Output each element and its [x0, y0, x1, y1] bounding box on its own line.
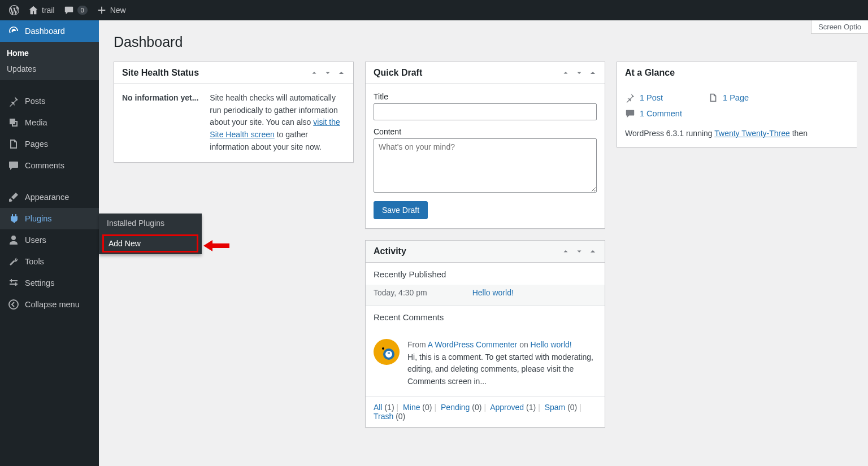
- comment-icon: [625, 108, 635, 119]
- chevron-down-icon[interactable]: [324, 69, 332, 77]
- draft-content-input[interactable]: [374, 138, 597, 193]
- published-time: Today, 4:30 pm: [374, 288, 427, 297]
- pages-icon: [8, 138, 19, 150]
- wordpress-icon: [9, 5, 19, 15]
- flyout-installed-plugins[interactable]: Installed Plugins: [99, 214, 202, 233]
- mod-pending[interactable]: Pending: [441, 403, 470, 412]
- mod-approved[interactable]: Approved: [490, 403, 524, 412]
- wp-logo[interactable]: [5, 0, 24, 20]
- toggle-up-icon[interactable]: [337, 69, 345, 77]
- sidebar-item-tools[interactable]: Tools: [0, 251, 99, 272]
- save-draft-button[interactable]: Save Draft: [374, 201, 428, 219]
- sidebar-label: Posts: [25, 97, 45, 106]
- sidebar-label: Plugins: [25, 214, 52, 223]
- collapse-icon: [8, 299, 19, 310]
- sidebar-item-pages[interactable]: Pages: [0, 133, 99, 155]
- brush-icon: [8, 191, 19, 203]
- pin-icon: [8, 95, 19, 107]
- sidebar-label: Dashboard: [25, 27, 65, 36]
- site-health-title: Site Health Status: [122, 68, 199, 78]
- draft-content-label: Content: [374, 127, 597, 136]
- home-icon: [28, 5, 38, 15]
- sidebar-collapse[interactable]: Collapse menu: [0, 294, 99, 315]
- sidebar-item-users[interactable]: Users: [0, 229, 99, 251]
- sidebar-item-plugins[interactable]: Plugins: [0, 208, 99, 229]
- at-a-glance-box: At a Glance 1 Post 1 Page: [617, 62, 857, 147]
- commenter-link[interactable]: A WordPress Commenter: [428, 340, 517, 349]
- sidebar-label: Pages: [25, 140, 48, 149]
- activity-title: Activity: [374, 246, 406, 256]
- new-content-link[interactable]: New: [92, 0, 131, 20]
- site-health-box: Site Health Status No information yet...…: [114, 62, 354, 163]
- mod-all[interactable]: All: [374, 403, 383, 412]
- toggle-up-icon[interactable]: [589, 69, 597, 77]
- moderation-links: All (1)| Mine (0)| Pending (0)| Approved…: [366, 396, 605, 427]
- sidebar-label: Comments: [25, 161, 64, 170]
- media-icon: [8, 117, 19, 128]
- screen-options-tab[interactable]: Screen Optio: [811, 20, 868, 34]
- published-row: Today, 4:30 pm Hello world!: [366, 285, 605, 306]
- chevron-up-icon[interactable]: [562, 69, 570, 77]
- comment-post-link[interactable]: Hello world!: [531, 340, 572, 349]
- sidebar-item-posts[interactable]: Posts: [0, 90, 99, 112]
- comments-count: 0: [77, 6, 88, 15]
- mod-trash[interactable]: Trash: [374, 412, 393, 421]
- plugins-flyout: Installed Plugins Add New: [99, 214, 202, 254]
- comment-row: From A WordPress Commenter on Hello worl…: [366, 334, 605, 396]
- draft-title-label: Title: [374, 92, 597, 101]
- theme-link[interactable]: Twenty Twenty-Three: [714, 129, 790, 138]
- dashboard-submenu: Home Updates: [0, 42, 99, 80]
- toggle-up-icon[interactable]: [589, 247, 597, 255]
- admin-sidebar: Dashboard Home Updates Posts Media Pages…: [0, 20, 99, 450]
- chevron-up-icon[interactable]: [562, 247, 570, 255]
- wp-version-line: WordPress 6.3.1 running Twenty Twenty-Th…: [625, 129, 849, 138]
- site-name-link[interactable]: trail: [24, 0, 59, 20]
- sidebar-item-media[interactable]: Media: [0, 112, 99, 133]
- chevron-down-icon[interactable]: [575, 69, 583, 77]
- comments-link[interactable]: 0: [59, 0, 92, 20]
- sidebar-item-settings[interactable]: Settings: [0, 272, 99, 294]
- sidebar-label: Tools: [25, 257, 44, 266]
- flyout-add-new[interactable]: Add New: [102, 234, 198, 252]
- comments-icon: [8, 160, 19, 171]
- avatar: [374, 339, 400, 365]
- dashboard-icon: [8, 25, 19, 37]
- sidebar-label: Settings: [25, 278, 54, 288]
- wapuu-icon: [375, 341, 398, 363]
- sidebar-item-appearance[interactable]: Appearance: [0, 186, 99, 208]
- glance-title: At a Glance: [625, 68, 675, 78]
- recent-comments-heading: Recent Comments: [374, 312, 597, 322]
- submenu-updates[interactable]: Updates: [0, 61, 99, 77]
- page-title: Dashboard: [114, 34, 857, 50]
- draft-title-input[interactable]: [374, 103, 597, 120]
- sidebar-item-comments[interactable]: Comments: [0, 155, 99, 176]
- published-post-link[interactable]: Hello world!: [472, 288, 514, 297]
- comment-meta: From A WordPress Commenter on Hello worl…: [407, 339, 597, 351]
- sidebar-label: Media: [25, 118, 47, 127]
- svg-point-0: [9, 300, 18, 309]
- glance-posts[interactable]: 1 Post: [625, 93, 663, 103]
- activity-box: Activity Recently Published Today, 4:30 …: [365, 240, 605, 428]
- plugin-icon: [8, 213, 19, 224]
- sidebar-label: Appearance: [25, 193, 69, 202]
- new-label: New: [110, 6, 126, 15]
- plus-icon: [97, 5, 107, 15]
- glance-comments[interactable]: 1 Comment: [625, 108, 682, 119]
- quick-draft-box: Quick Draft Title Content Save Draft: [365, 62, 605, 229]
- site-health-desc: Site health checks will automatically ru…: [210, 92, 345, 153]
- submenu-home[interactable]: Home: [0, 45, 99, 61]
- admin-top-bar: trail 0 New: [0, 0, 868, 20]
- sidebar-item-dashboard[interactable]: Dashboard: [0, 20, 99, 42]
- wrench-icon: [8, 256, 19, 267]
- mod-mine[interactable]: Mine: [403, 403, 420, 412]
- chevron-up-icon[interactable]: [310, 69, 318, 77]
- pin-icon: [625, 93, 635, 103]
- sliders-icon: [8, 277, 19, 289]
- sidebar-label: Users: [25, 236, 46, 245]
- quick-draft-title: Quick Draft: [374, 68, 422, 78]
- chevron-down-icon[interactable]: [575, 247, 583, 255]
- comment-icon: [64, 5, 74, 15]
- svg-point-3: [382, 347, 384, 350]
- mod-spam[interactable]: Spam: [545, 403, 566, 412]
- glance-pages[interactable]: 1 Page: [708, 93, 749, 103]
